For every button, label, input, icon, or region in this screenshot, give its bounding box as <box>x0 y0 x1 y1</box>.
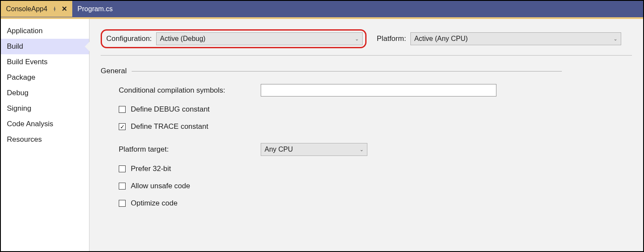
document-tabstrip: ConsoleApp4 ✕ Program.cs <box>1 1 643 17</box>
platform-label: Platform: <box>377 34 406 43</box>
tab-label: Program.cs <box>77 5 113 13</box>
row-optimize-code[interactable]: Optimize code <box>119 199 632 208</box>
conditional-symbols-label: Conditional compilation symbols: <box>119 86 261 95</box>
config-platform-row: Configuration: Active (Debug) ⌄ Platform… <box>101 29 632 48</box>
configuration-dropdown[interactable]: Active (Debug) ⌄ <box>156 32 363 45</box>
checkbox-icon[interactable] <box>119 123 126 130</box>
sidebar-item-build[interactable]: Build <box>1 39 89 54</box>
row-allow-unsafe[interactable]: Allow unsafe code <box>119 182 632 190</box>
section-header-general: General <box>101 67 632 75</box>
platform-dropdown[interactable]: Active (Any CPU) ⌄ <box>410 32 621 45</box>
checkbox-label: Allow unsafe code <box>131 182 190 190</box>
sidebar-item-signing[interactable]: Signing <box>1 101 89 116</box>
sidebar-item-label: Code Analysis <box>7 120 53 128</box>
dropdown-value: Active (Debug) <box>160 35 206 43</box>
body: Application Build Build Events Package D… <box>1 19 643 251</box>
sidebar-item-label: Application <box>7 27 43 35</box>
sidebar-item-application[interactable]: Application <box>1 23 89 39</box>
checkbox-icon[interactable] <box>119 183 126 190</box>
sidebar-item-label: Package <box>7 73 35 81</box>
checkbox-icon[interactable] <box>119 200 126 207</box>
row-define-debug[interactable]: Define DEBUG constant <box>119 105 632 114</box>
row-define-trace[interactable]: Define TRACE constant <box>119 122 632 131</box>
dropdown-value: Any CPU <box>265 146 293 153</box>
sidebar-item-package[interactable]: Package <box>1 70 89 85</box>
chevron-down-icon: ⌄ <box>613 36 617 42</box>
sidebar-item-build-events[interactable]: Build Events <box>1 54 89 70</box>
checkbox-label: Define TRACE constant <box>131 122 208 131</box>
configuration-highlight: Configuration: Active (Debug) ⌄ <box>101 29 367 48</box>
section-line <box>132 71 562 72</box>
platform-target-label: Platform target: <box>119 145 261 154</box>
checkbox-icon[interactable] <box>119 106 126 113</box>
project-properties-window: ConsoleApp4 ✕ Program.cs Application Bui… <box>0 0 644 252</box>
platform-target-dropdown[interactable]: Any CPU ⌄ <box>261 143 367 156</box>
sidebar-item-label: Resources <box>7 135 42 143</box>
row-prefer-32bit[interactable]: Prefer 32-bit <box>119 165 632 173</box>
divider <box>101 55 632 56</box>
checkbox-label: Define DEBUG constant <box>131 105 210 114</box>
dropdown-value: Active (Any CPU) <box>414 35 468 43</box>
tab-consoleapp4-properties[interactable]: ConsoleApp4 ✕ <box>1 1 72 17</box>
sidebar-item-label: Signing <box>7 104 31 112</box>
checkbox-label: Prefer 32-bit <box>131 165 171 173</box>
close-icon[interactable]: ✕ <box>61 5 67 13</box>
sidebar-item-label: Build Events <box>7 58 48 66</box>
sidebar-item-debug[interactable]: Debug <box>1 85 89 101</box>
sidebar-item-resources[interactable]: Resources <box>1 132 89 147</box>
checkbox-label: Optimize code <box>131 199 178 208</box>
general-form-area: Conditional compilation symbols: Define … <box>101 84 632 208</box>
build-settings-panel: Configuration: Active (Debug) ⌄ Platform… <box>89 19 643 251</box>
sidebar-item-label: Build <box>7 42 23 50</box>
checkbox-icon[interactable] <box>119 165 126 172</box>
tab-label: ConsoleApp4 <box>6 5 47 13</box>
row-platform-target: Platform target: Any CPU ⌄ <box>119 143 632 156</box>
conditional-symbols-input[interactable] <box>261 84 496 96</box>
property-page-sidebar: Application Build Build Events Package D… <box>1 19 89 251</box>
chevron-down-icon: ⌄ <box>360 147 364 152</box>
pin-icon[interactable] <box>52 6 58 12</box>
chevron-down-icon: ⌄ <box>355 36 359 42</box>
sidebar-item-label: Debug <box>7 89 28 97</box>
sidebar-item-code-analysis[interactable]: Code Analysis <box>1 116 89 132</box>
row-conditional-symbols: Conditional compilation symbols: <box>119 84 632 96</box>
section-title: General <box>101 67 126 75</box>
configuration-label: Configuration: <box>106 34 152 43</box>
tab-program-cs[interactable]: Program.cs <box>72 1 118 17</box>
